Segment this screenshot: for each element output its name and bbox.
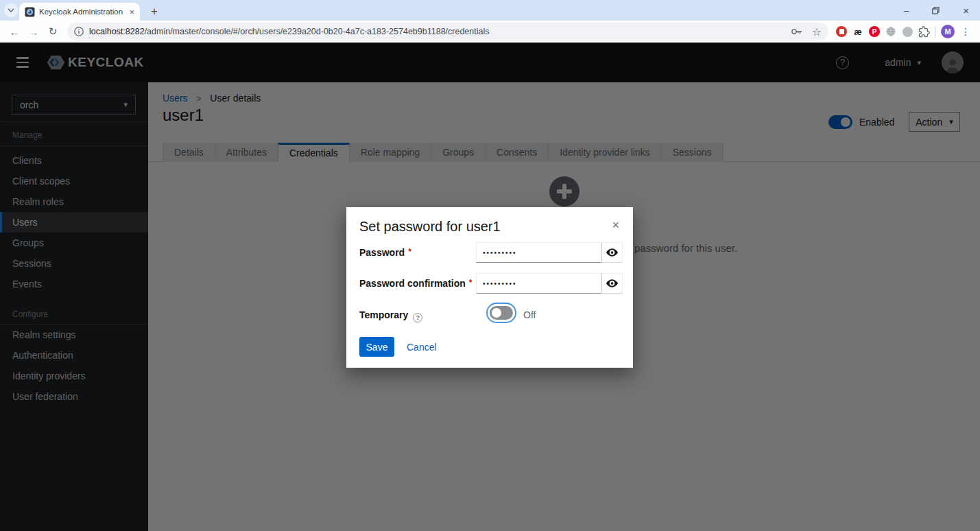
forward-button[interactable]: → <box>25 26 43 38</box>
profile-avatar[interactable]: M <box>940 24 955 39</box>
close-icon[interactable]: × <box>612 219 619 231</box>
back-button[interactable]: ← <box>5 26 23 38</box>
extension-stop-icon[interactable] <box>834 24 849 39</box>
url-path: /admin/master/console/#/orch/users/e239a… <box>145 27 490 36</box>
url-host: localhost:8282 <box>89 27 145 36</box>
extensions-puzzle-icon[interactable] <box>916 24 931 39</box>
close-window-button[interactable]: × <box>963 5 969 16</box>
help-icon[interactable]: ? <box>413 313 422 322</box>
restore-button[interactable] <box>932 7 940 14</box>
browser-menu-button[interactable]: ⋮ <box>957 26 975 37</box>
extension-ae-icon[interactable]: æ <box>850 24 865 39</box>
toolbar-divider <box>935 26 936 37</box>
required-asterisk: * <box>408 247 411 257</box>
password-confirmation-label: Password confirmation* <box>359 278 472 289</box>
extension-pinterest-icon[interactable]: P <box>867 24 882 39</box>
password-input[interactable] <box>476 242 601 263</box>
temporary-toggle[interactable] <box>490 306 513 320</box>
browser-toolbar: ← → ↻ localhost:8282/admin/master/consol… <box>0 21 980 43</box>
temporary-state-label: Off <box>523 309 536 320</box>
keycloak-favicon-icon <box>25 7 35 17</box>
extension-globe-icon[interactable] <box>883 24 898 39</box>
temporary-label: Temporary? <box>359 309 422 322</box>
site-info-icon[interactable] <box>74 27 84 36</box>
tab-close-icon[interactable]: × <box>129 8 134 16</box>
browser-tab-title: Keycloak Administration Conso <box>39 8 125 16</box>
new-tab-button[interactable]: + <box>145 2 163 21</box>
show-password-button[interactable] <box>601 242 623 263</box>
password-key-icon[interactable] <box>791 27 802 36</box>
extension-gray-icon[interactable] <box>900 24 915 39</box>
bookmark-star-icon[interactable]: ☆ <box>812 25 822 38</box>
tab-search-button[interactable] <box>4 3 18 17</box>
cancel-button[interactable]: Cancel <box>407 342 437 353</box>
password-label: Password* <box>359 247 411 258</box>
set-password-modal: Set password for user1 × Password* Passw… <box>346 207 633 368</box>
modal-title: Set password for user1 <box>359 219 501 235</box>
save-button[interactable]: Save <box>359 337 394 357</box>
url-text: localhost:8282/admin/master/console/#/or… <box>89 27 791 36</box>
eye-icon <box>606 279 618 287</box>
password-field-group <box>476 242 623 263</box>
show-password-confirmation-button[interactable] <box>601 273 623 294</box>
screen: Keycloak Administration Conso × + – × ← … <box>0 0 980 531</box>
eye-icon <box>606 248 618 257</box>
password-confirmation-input[interactable] <box>476 273 601 294</box>
minimize-button[interactable]: – <box>904 5 909 16</box>
browser-tab-bar: Keycloak Administration Conso × + – × <box>0 0 980 21</box>
window-controls: – × <box>904 0 980 21</box>
chevron-down-icon <box>8 8 14 12</box>
temporary-toggle-focus-ring <box>486 303 516 323</box>
password-confirmation-field-group <box>476 273 623 294</box>
browser-tab[interactable]: Keycloak Administration Conso × <box>19 3 140 21</box>
refresh-button[interactable]: ↻ <box>44 25 62 38</box>
required-asterisk: * <box>469 278 473 287</box>
address-bar[interactable]: localhost:8282/admin/master/console/#/or… <box>67 23 828 40</box>
